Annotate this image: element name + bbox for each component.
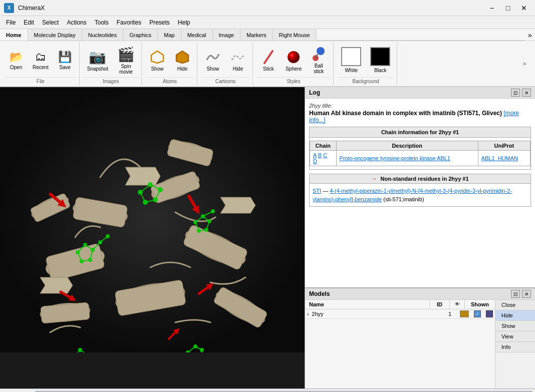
menu-help[interactable]: Help — [174, 18, 194, 27]
chain-info-header: Chain information for 2hyy #1 — [310, 127, 530, 138]
chain-uniprot-link[interactable]: ABL1_HUMAN — [481, 155, 518, 161]
nonstandard-section: → Non-standard residues in 2hyy #1 STI —… — [309, 174, 531, 207]
command-bar: Command: — [0, 388, 535, 392]
open-button[interactable]: 📂 Open — [5, 49, 27, 72]
save-button[interactable]: 💾 Save — [54, 49, 76, 72]
log-header: Log ⊡ ✕ — [305, 87, 535, 99]
show-cartoons-button[interactable]: Show — [201, 47, 224, 74]
model-name: 2hyy — [312, 311, 440, 317]
models-table: Name ID 👁 Shown › 2hyy 1 ✓ — [305, 300, 495, 388]
ribbon-group-background: White Black Background — [335, 42, 397, 85]
stick-button[interactable]: Stick — [257, 47, 280, 74]
white-bg-button[interactable]: White — [338, 45, 365, 75]
tab-map[interactable]: Map — [158, 29, 181, 41]
tab-right-mouse[interactable]: Right Mouse — [273, 29, 317, 41]
sphere-button[interactable]: Sphere — [282, 47, 305, 74]
chain-d-link[interactable]: D — [313, 158, 317, 164]
close-button[interactable]: ✕ — [517, 3, 531, 13]
action-close-button[interactable]: Close — [495, 300, 535, 310]
models-undock-button[interactable]: ⊡ — [511, 290, 520, 298]
log-panel: Log ⊡ ✕ 2hyy title: Human Abl kinase dom… — [305, 87, 535, 288]
sti-link[interactable]: STI — [313, 188, 321, 194]
models-content: Name ID 👁 Shown › 2hyy 1 ✓ — [305, 300, 535, 388]
tab-markers[interactable]: Markers — [240, 29, 273, 41]
maximize-button[interactable]: □ — [501, 3, 515, 13]
hide-cartoons-button[interactable]: Hide — [226, 47, 249, 74]
tab-overflow[interactable]: » — [525, 29, 535, 41]
tab-image[interactable]: Image — [213, 29, 241, 41]
action-view-button[interactable]: View — [495, 331, 535, 342]
log-molecule-title: Human Abl kinase domain in complex with … — [309, 110, 531, 124]
recent-icon: 🗂 — [35, 51, 46, 64]
menu-edit[interactable]: Edit — [20, 18, 38, 27]
models-close-button[interactable]: ✕ — [522, 290, 531, 298]
menu-tools[interactable]: Tools — [91, 18, 113, 27]
models-actions: Close Hide Show View Info — [495, 300, 535, 388]
show-atoms-button[interactable]: Show — [146, 47, 169, 74]
ribbon-overflow[interactable]: » — [523, 42, 533, 85]
chain-a-link[interactable]: A — [313, 152, 317, 158]
tab-molecule-display[interactable]: Molecule Display — [28, 29, 82, 41]
menu-select[interactable]: Select — [38, 18, 63, 27]
tab-home[interactable]: Home — [0, 29, 28, 41]
model-shown-checkbox[interactable]: ✓ — [474, 310, 481, 317]
menu-file[interactable]: File — [2, 18, 20, 27]
ballstick-icon — [311, 46, 327, 62]
spinmovie-button[interactable]: 🎬 Spin movie — [114, 44, 138, 77]
tab-medical[interactable]: Medical — [181, 29, 213, 41]
chain-b-link[interactable]: B — [318, 152, 322, 158]
ribbon-styles-label: Styles — [257, 77, 330, 84]
ballstick-button[interactable]: Ball stick — [307, 44, 330, 76]
action-hide-button[interactable]: Hide — [495, 310, 535, 321]
stick-icon — [260, 49, 277, 65]
tab-nucleotides[interactable]: Nucleotides — [82, 29, 123, 41]
models-controls: ⊡ ✕ — [510, 290, 531, 298]
models-id-header: ID — [430, 300, 450, 309]
svg-marker-26 — [125, 167, 160, 185]
menu-presets[interactable]: Presets — [145, 18, 174, 27]
hide-cartoons-icon — [230, 49, 246, 65]
chain-c-link[interactable]: C — [323, 152, 327, 158]
action-show-button[interactable]: Show — [495, 321, 535, 331]
hide-atoms-button[interactable]: Hide — [171, 47, 194, 74]
nonstandard-arrow-icon: → — [371, 176, 377, 182]
models-panel: Models ⊡ ✕ Name ID 👁 Shown — [305, 288, 535, 388]
viewport[interactable] — [0, 87, 305, 388]
chain-desc-link[interactable]: Proto-oncogene tyrosine-protein kinase A… — [340, 155, 450, 161]
chain-desc-cell: Proto-oncogene tyrosine-protein kinase A… — [336, 151, 478, 166]
tab-graphics[interactable]: Graphics — [123, 29, 158, 41]
log-controls: ⊡ ✕ — [510, 89, 531, 97]
expand-2hyy-arrow[interactable]: › — [307, 311, 309, 317]
ribbon-file-items: 📂 Open 🗂 Recent 💾 Save — [5, 43, 76, 77]
ribbon-images-items: 📷 Snapshot 🎬 Spin movie — [84, 43, 138, 77]
menu-actions[interactable]: Actions — [63, 18, 90, 27]
ribbon-cartoons-label: Cartoons — [201, 77, 249, 84]
chain-uniprot-cell: ABL1_HUMAN — [478, 151, 530, 166]
recent-button[interactable]: 🗂 Recent — [29, 49, 52, 72]
black-bg-swatch — [370, 47, 390, 66]
chain-col-desc: Description — [336, 141, 478, 151]
models-title: Models — [309, 290, 330, 297]
log-content: 2hyy title: Human Abl kinase domain in c… — [305, 99, 535, 287]
log-close-button[interactable]: ✕ — [522, 89, 531, 97]
open-icon: 📂 — [10, 51, 23, 64]
ribbon-group-cartoons: Show Hide Cartoons — [198, 42, 253, 85]
app-title: ChimeraX — [18, 5, 485, 12]
black-bg-button[interactable]: Black — [367, 45, 394, 75]
snapshot-button[interactable]: 📷 Snapshot — [84, 47, 112, 74]
titlebar: X ChimeraX − □ ✕ — [0, 0, 535, 16]
models-shown-header: Shown — [465, 300, 495, 309]
action-info-button[interactable]: Info — [495, 342, 535, 352]
ribbon-atoms-items: Show Hide — [146, 43, 194, 77]
log-undock-button[interactable]: ⊡ — [511, 89, 520, 97]
ribbon-cartoons-items: Show Hide — [201, 43, 249, 77]
menu-favorites[interactable]: Favorites — [113, 18, 145, 27]
minimize-button[interactable]: − — [485, 3, 499, 13]
chain-id-link: A B C D — [310, 151, 337, 166]
models-row-2hyy[interactable]: › 2hyy 1 ✓ — [305, 309, 495, 319]
main-content: Log ⊡ ✕ 2hyy title: Human Abl kinase dom… — [0, 87, 535, 388]
ribbon-group-images: 📷 Snapshot 🎬 Spin movie Images — [81, 42, 142, 85]
svg-marker-0 — [151, 51, 163, 63]
toolbar: Home Molecule Display Nucleotides Graphi… — [0, 29, 535, 87]
save-icon: 💾 — [58, 51, 72, 64]
